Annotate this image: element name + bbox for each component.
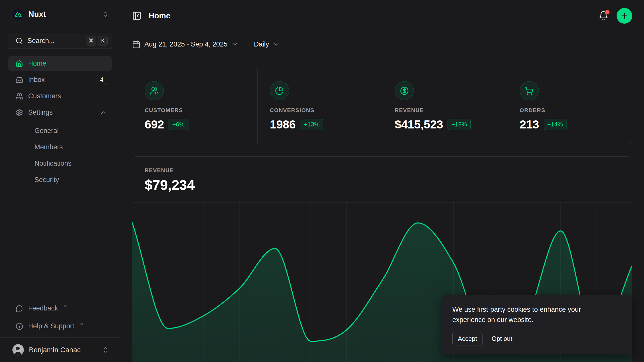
stat-delta-badge: +6% xyxy=(169,119,188,130)
shopping-cart-icon xyxy=(520,81,539,100)
help-support-link[interactable]: Help & Support xyxy=(8,319,112,333)
search-input[interactable]: Search... ⌘ K xyxy=(8,33,112,49)
date-range-value: Aug 21, 2025 - Sep 4, 2025 xyxy=(144,40,227,48)
stat-delta-badge: +18% xyxy=(448,119,471,130)
user-name: Benjamin Canac xyxy=(29,346,80,354)
user-menu[interactable]: Benjamin Canac xyxy=(0,338,120,362)
sidebar-item-label: Inbox xyxy=(28,76,45,84)
filters-toolbar: Aug 21, 2025 - Sep 4, 2025 Daily xyxy=(120,32,644,57)
stat-label: CONVERSIONS xyxy=(270,107,372,114)
granularity-value: Daily xyxy=(254,40,269,48)
sidebar-item-customers[interactable]: Customers xyxy=(8,89,112,103)
stat-label: ORDERS xyxy=(520,107,622,114)
search-icon xyxy=(16,37,23,44)
users-icon xyxy=(16,93,23,100)
page-title: Home xyxy=(149,11,170,20)
stat-card-conversions: CONVERSIONS 1986 +13% xyxy=(257,69,382,144)
stat-label: REVENUE xyxy=(395,107,497,114)
info-icon xyxy=(16,323,23,330)
feedback-link[interactable]: Feedback xyxy=(8,301,112,315)
sidebar-item-general[interactable]: General xyxy=(26,123,112,139)
chevrons-up-down-icon xyxy=(102,11,109,18)
stat-value: 692 xyxy=(145,117,164,131)
sidebar-footer-links: Feedback Help & Support xyxy=(0,301,120,333)
app-window: Nuxt Search... ⌘ K Home xyxy=(0,0,644,362)
stat-card-orders: ORDERS 213 +14% xyxy=(507,69,632,144)
sidebar-item-settings[interactable]: Settings xyxy=(8,105,112,120)
pie-chart-icon xyxy=(270,81,289,100)
kbd-cmd: ⌘ xyxy=(86,36,96,46)
sidebar-item-security[interactable]: Security xyxy=(26,172,112,188)
notifications-button[interactable] xyxy=(598,11,609,21)
sidebar-item-label: Customers xyxy=(28,92,61,100)
collapse-sidebar-button[interactable] xyxy=(132,11,142,21)
inbox-count-badge: 4 xyxy=(97,75,107,85)
settings-subnav: General Members Notifications Security xyxy=(8,123,112,188)
workspace-switcher[interactable]: Nuxt xyxy=(0,0,120,28)
sidebar-item-label: Settings xyxy=(28,109,53,116)
stat-card-customers: CUSTOMERS 692 +6% xyxy=(132,69,257,144)
optout-cookies-button[interactable]: Opt out xyxy=(492,335,512,342)
granularity-select[interactable]: Daily xyxy=(254,40,280,48)
dollar-circle-icon xyxy=(395,81,414,100)
stat-delta-badge: +13% xyxy=(300,119,323,130)
sidebar-item-label: Home xyxy=(28,60,46,67)
chevron-up-icon xyxy=(100,109,107,116)
stats-grid: CUSTOMERS 692 +6% CONVERSIONS 1986 +13% xyxy=(132,69,632,144)
inbox-icon xyxy=(16,76,23,84)
nuxt-logo-icon xyxy=(12,9,24,20)
chevron-down-icon xyxy=(273,41,280,48)
home-icon xyxy=(16,60,23,67)
page-header: Home xyxy=(120,0,644,32)
stat-card-revenue: REVENUE $415,523 +18% xyxy=(382,69,507,144)
chevrons-up-down-icon xyxy=(102,346,109,353)
stat-value: 1986 xyxy=(270,117,296,131)
revenue-chart-label: REVENUE xyxy=(145,167,620,174)
date-range-picker[interactable]: Aug 21, 2025 - Sep 4, 2025 xyxy=(132,40,238,49)
calendar-icon xyxy=(132,40,140,49)
sidebar-spacer xyxy=(0,188,120,301)
users-icon xyxy=(145,81,164,100)
search-shortcut: ⌘ K xyxy=(86,36,108,46)
sidebar-nav: Home Inbox 4 Customers Settings xyxy=(0,56,120,188)
notification-dot xyxy=(605,10,610,14)
gear-icon xyxy=(16,109,23,116)
subnav-rail xyxy=(26,124,26,186)
accept-cookies-button[interactable]: Accept xyxy=(452,332,482,345)
add-button[interactable] xyxy=(617,8,632,24)
help-support-label: Help & Support xyxy=(28,322,74,330)
sidebar-item-inbox[interactable]: Inbox 4 xyxy=(8,73,112,87)
plus-icon xyxy=(620,12,628,20)
search-placeholder: Search... xyxy=(27,37,81,45)
sidebar: Nuxt Search... ⌘ K Home xyxy=(0,0,120,362)
cookie-consent-banner: We use first-party cookies to enhance yo… xyxy=(442,295,632,354)
cookie-actions: Accept Opt out xyxy=(452,332,622,345)
cookie-message: We use first-party cookies to enhance yo… xyxy=(452,304,615,325)
stat-value: 213 xyxy=(520,117,539,131)
external-link-icon xyxy=(79,322,84,326)
sidebar-item-home[interactable]: Home xyxy=(8,56,112,71)
message-circle-icon xyxy=(16,305,23,312)
sidebar-item-members[interactable]: Members xyxy=(26,139,112,155)
kbd-k: K xyxy=(98,36,108,46)
avatar xyxy=(12,344,24,356)
header-actions xyxy=(598,8,632,24)
revenue-chart-header: REVENUE $79,234 xyxy=(132,157,632,193)
stat-label: CUSTOMERS xyxy=(145,107,247,114)
revenue-chart-total: $79,234 xyxy=(145,177,620,193)
feedback-label: Feedback xyxy=(28,304,58,312)
external-link-icon xyxy=(63,304,67,308)
stat-delta-badge: +14% xyxy=(544,119,567,130)
chevron-down-icon xyxy=(231,41,238,48)
sidebar-item-notifications[interactable]: Notifications xyxy=(26,155,112,172)
stat-value: $415,523 xyxy=(395,117,443,131)
brand-name: Nuxt xyxy=(28,10,46,19)
